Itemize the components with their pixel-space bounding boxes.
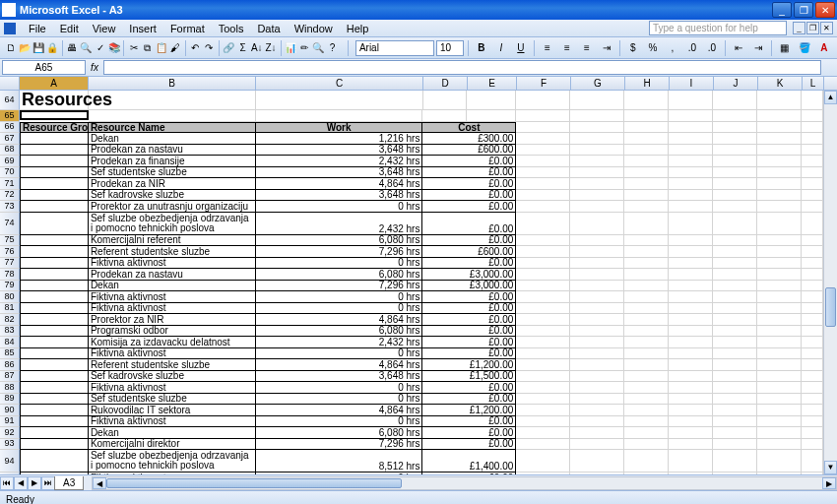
cell-blank[interactable] [624, 371, 669, 383]
cell-cost[interactable]: £3,000.00 [422, 281, 516, 292]
cell-work[interactable]: 3,648 hrs [256, 371, 423, 383]
cell-resource-name[interactable]: Fiktivna aktivnost [89, 258, 256, 270]
cell-group[interactable] [20, 326, 89, 338]
cell-work[interactable]: 7,296 hrs [256, 281, 423, 292]
cell-blank[interactable] [624, 405, 669, 416]
cell-blank[interactable] [802, 190, 823, 202]
cell-blank[interactable] [713, 450, 757, 472]
cell-blank[interactable] [624, 303, 669, 315]
cell-blank[interactable] [757, 371, 802, 383]
cell-blank[interactable] [713, 326, 757, 338]
row-header-67[interactable]: 67 [0, 133, 20, 145]
cell-resource-name[interactable]: Fiktivna aktivnost [89, 303, 256, 315]
cell-blank[interactable] [516, 167, 570, 179]
undo-button[interactable]: ↶ [189, 39, 202, 57]
cell-group[interactable] [20, 427, 89, 439]
cell-blank[interactable] [757, 167, 802, 179]
cell-group[interactable] [20, 201, 89, 213]
sort-asc-button[interactable]: A↓ [250, 39, 263, 57]
cell-work[interactable]: 0 hrs [256, 291, 423, 303]
cell-blank[interactable] [624, 359, 669, 371]
cell-resource-name[interactable]: Sef kadrovske sluzbe [89, 371, 256, 383]
cell-blank[interactable] [624, 348, 669, 360]
cell-blank[interactable] [624, 382, 669, 394]
cell-blank[interactable] [802, 326, 823, 338]
col-header-I[interactable]: I [670, 77, 714, 90]
cell-group[interactable] [20, 213, 89, 235]
open-button[interactable]: 📂 [18, 39, 31, 57]
cell-blank[interactable] [516, 405, 570, 416]
cell-work[interactable]: 7,296 hrs [256, 246, 423, 258]
cell-blank[interactable] [713, 348, 757, 360]
row-header-64[interactable]: 64 [0, 91, 20, 110]
cell-work[interactable]: 2,432 hrs [256, 156, 423, 167]
cell-resource-name[interactable]: Komisija za izdavacku delatnost [89, 337, 256, 348]
cell-blank[interactable] [570, 405, 624, 416]
col-header-H[interactable]: H [625, 77, 670, 90]
cell-blank[interactable] [570, 450, 624, 472]
cell-cost[interactable]: £0.00 [422, 439, 516, 451]
cell-blank[interactable] [669, 291, 713, 303]
cell-blank[interactable] [713, 246, 757, 258]
cell-grid[interactable]: 64Resources6566Resource GroupResource Na… [0, 91, 823, 474]
cell-blank[interactable] [570, 337, 624, 348]
cell-work[interactable]: 0 hrs [256, 416, 423, 428]
cell-blank[interactable] [516, 133, 570, 145]
scroll-up-button[interactable]: ▲ [824, 91, 837, 104]
cell-work[interactable]: 0 hrs [256, 348, 423, 360]
cell-blank[interactable] [757, 178, 802, 190]
cell-blank[interactable] [624, 246, 669, 258]
cell-group[interactable] [20, 269, 89, 281]
align-left-button[interactable]: ≡ [539, 39, 556, 57]
menu-window[interactable]: Window [288, 22, 340, 35]
decrease-decimal-button[interactable]: .0 [703, 39, 721, 57]
cell-group[interactable] [20, 416, 89, 428]
cell-blank[interactable] [757, 382, 802, 394]
cell-resource-name[interactable]: Fiktivna aktivnost [89, 291, 256, 303]
cell-blank[interactable] [713, 337, 757, 348]
cell-blank[interactable] [669, 394, 713, 406]
cell-cost[interactable]: £1,500.00 [422, 371, 516, 383]
cell-cost[interactable]: £0.00 [422, 416, 516, 428]
cell-blank[interactable] [669, 450, 713, 472]
cell-blank[interactable] [570, 314, 624, 326]
cell-group[interactable] [20, 167, 89, 179]
cell-blank[interactable] [669, 405, 713, 416]
cell-blank[interactable] [570, 326, 624, 338]
cell-work[interactable]: 1,216 hrs [256, 133, 423, 145]
font-size-select[interactable]: 10 [436, 40, 464, 56]
tab-next-button[interactable]: ▶ [28, 476, 41, 490]
row-header-76[interactable]: 76 [0, 246, 20, 258]
cell-cost[interactable]: £1,200.00 [422, 405, 516, 416]
cell-group[interactable] [20, 258, 89, 270]
header-work[interactable]: Work [256, 122, 423, 134]
cell-blank[interactable] [802, 133, 823, 145]
cell-resource-name[interactable]: Komercijalni direktor [89, 439, 256, 451]
cell-blank[interactable] [624, 439, 669, 451]
cell-cost[interactable]: £0.00 [422, 291, 516, 303]
cell-blank[interactable] [713, 167, 757, 179]
scroll-left-button[interactable]: ◀ [93, 477, 106, 489]
cell-work[interactable]: 6,080 hrs [256, 427, 423, 439]
header-resource-name[interactable]: Resource Name [89, 122, 256, 134]
cell-work[interactable]: 0 hrs [256, 258, 423, 270]
menu-view[interactable]: View [86, 22, 123, 35]
cell-blank[interactable] [624, 314, 669, 326]
cell-work[interactable]: 4,864 hrs [256, 178, 423, 190]
cell-blank[interactable] [570, 269, 624, 281]
cell-group[interactable] [20, 371, 89, 383]
cell-work[interactable]: 4,864 hrs [256, 405, 423, 416]
cell-blank[interactable] [570, 110, 624, 122]
cell-blank[interactable] [713, 394, 757, 406]
cell-resource-name[interactable]: Sef kadrovske sluzbe [89, 190, 256, 202]
cell-resource-name[interactable]: Sef studentske sluzbe [89, 167, 256, 179]
cell-work[interactable]: 2,432 hrs [256, 213, 423, 235]
cell-blank[interactable] [516, 382, 570, 394]
row-header-89[interactable]: 89 [0, 394, 20, 406]
cell-cost[interactable]: £0.00 [422, 382, 516, 394]
font-name-select[interactable]: Arial [355, 40, 434, 56]
cell-group[interactable] [20, 348, 89, 360]
cell-blank[interactable] [570, 122, 624, 134]
cell-blank[interactable] [713, 405, 757, 416]
cell-group[interactable] [20, 314, 89, 326]
